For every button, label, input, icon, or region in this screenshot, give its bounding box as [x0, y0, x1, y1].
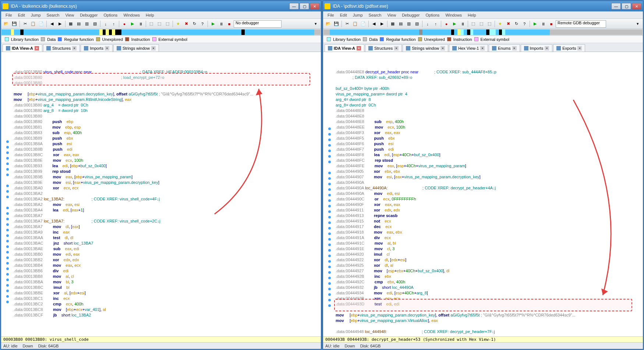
tab-strings-window[interactable]: Strings window× — [403, 44, 448, 52]
seg2-icon[interactable]: ▤ — [397, 20, 404, 28]
dbg-pause-icon[interactable]: ⏸ — [539, 20, 547, 28]
seg1-icon[interactable]: ▦ — [67, 20, 74, 28]
tab-close-icon[interactable]: × — [545, 46, 549, 50]
arr-up-icon[interactable]: ↑ — [432, 20, 439, 28]
tab-enums[interactable]: Enums× — [489, 44, 520, 52]
close-button[interactable]: ✕ — [310, 3, 319, 10]
refresh-icon[interactable]: ↻ — [513, 20, 520, 28]
menu-edit[interactable]: Edit — [15, 12, 28, 18]
menu-help[interactable]: Help — [143, 12, 157, 18]
toolbar-overflow-icon[interactable]: ▾ — [634, 20, 641, 28]
nav-segment[interactable] — [464, 29, 467, 35]
nav-segment[interactable] — [496, 29, 499, 35]
save-icon[interactable]: 💾 — [11, 20, 18, 28]
fwd-icon[interactable]: ▶ — [378, 20, 386, 28]
star-icon[interactable]: ★ — [174, 20, 182, 28]
bp-icon[interactable]: ● — [443, 20, 450, 28]
seg4-icon[interactable]: ▧ — [91, 20, 99, 28]
fwd-icon[interactable]: ▶ — [56, 20, 64, 28]
tab-close-icon[interactable]: × — [35, 46, 39, 50]
nav-segment[interactable] — [241, 29, 245, 35]
arr-up-icon[interactable]: ↑ — [110, 20, 117, 28]
nav-segment[interactable] — [109, 29, 112, 35]
menu-jump[interactable]: Jump — [28, 12, 44, 18]
nav-segment[interactable] — [486, 29, 489, 35]
open-icon[interactable]: 📂 — [325, 20, 332, 28]
nav-segment[interactable] — [245, 29, 314, 35]
nav-segment[interactable] — [451, 29, 454, 35]
nav-segment[interactable] — [499, 29, 502, 35]
cut-icon[interactable]: ✂ — [343, 20, 351, 28]
seg3-icon[interactable]: ▥ — [405, 20, 413, 28]
seg1-icon[interactable]: ▦ — [389, 20, 396, 28]
tab-close-icon[interactable]: × — [357, 46, 361, 50]
maximize-button[interactable]: ▢ — [300, 3, 309, 10]
paste-icon[interactable]: 📄 — [38, 20, 45, 28]
paste-icon[interactable]: 📄 — [360, 20, 367, 28]
nav-segment[interactable] — [112, 29, 115, 35]
seg3-icon[interactable]: ▥ — [83, 20, 91, 28]
debugger-select[interactable]: No debugger — [234, 20, 282, 28]
tab-close-icon[interactable]: × — [72, 46, 77, 50]
menu-search[interactable]: Search — [44, 12, 63, 18]
arr-dn-icon[interactable]: ↓ — [424, 20, 431, 28]
menu-help[interactable]: Help — [465, 12, 479, 18]
dbg-stop-icon[interactable]: ■ — [226, 20, 233, 28]
nav-segment[interactable] — [505, 29, 550, 35]
open-icon[interactable]: 📂 — [3, 20, 10, 28]
nav-segment[interactable] — [470, 29, 474, 35]
x-red-icon[interactable]: ✖ — [505, 20, 512, 28]
hex2-icon[interactable]: ⬚ — [478, 20, 485, 28]
navigation-band[interactable] — [323, 29, 643, 36]
copy-icon[interactable]: 📋 — [351, 20, 359, 28]
bp-icon[interactable]: ● — [121, 20, 128, 28]
back-icon[interactable]: ◀ — [370, 20, 378, 28]
nav-segment[interactable] — [467, 29, 470, 35]
disassembly-view[interactable]: .data:004448E8 decrypt_pe_header proc ne… — [323, 52, 643, 336]
nav-segment[interactable] — [20, 29, 24, 35]
tab-imports[interactable]: Imports× — [521, 44, 553, 52]
toolbar-overflow-icon[interactable]: ▾ — [312, 20, 319, 28]
tab-close-icon[interactable]: × — [440, 46, 445, 50]
menu-windows[interactable]: Windows — [442, 12, 465, 18]
seg2-icon[interactable]: ▤ — [75, 20, 82, 28]
refresh-icon[interactable]: ↻ — [191, 20, 198, 28]
nav-segment[interactable] — [314, 29, 321, 35]
titlebar[interactable]: IDA - \pdfsvr.idb (pdfsvr.exe) — ▢ ✕ — [323, 1, 643, 11]
menu-options[interactable]: Options — [100, 12, 120, 18]
hex1-icon[interactable]: ⬚ — [148, 20, 155, 28]
hex3-icon[interactable]: ⬚ — [164, 20, 171, 28]
arr-dn-icon[interactable]: ↓ — [102, 20, 109, 28]
nav-segment[interactable] — [106, 29, 109, 35]
nav-segment[interactable] — [99, 29, 103, 35]
nav-segment[interactable] — [121, 29, 241, 35]
nav-segment[interactable] — [24, 29, 99, 35]
nav-segment[interactable] — [550, 29, 642, 35]
tab-strings-window[interactable]: Strings window× — [113, 44, 159, 52]
dbg-pause-icon[interactable]: ⏸ — [217, 20, 225, 28]
nav-segment[interactable] — [422, 29, 451, 35]
hex3-icon[interactable]: ⬚ — [486, 20, 493, 28]
nav-segment[interactable] — [330, 29, 419, 35]
nav-segment[interactable] — [489, 29, 496, 35]
dbg-stop-icon[interactable]: ■ — [548, 20, 555, 28]
cut-icon[interactable]: ✂ — [21, 20, 29, 28]
copy-icon[interactable]: 📋 — [29, 20, 37, 28]
nav-segment[interactable] — [473, 29, 486, 35]
nav-segment[interactable] — [103, 29, 106, 35]
menu-debugger[interactable]: Debugger — [77, 12, 100, 18]
tab-close-icon[interactable]: × — [151, 46, 156, 50]
tab-structures[interactable]: Structures× — [43, 44, 80, 52]
tab-ida-view-a[interactable]: IDA View-A× — [325, 44, 364, 52]
tab-imports[interactable]: Imports× — [81, 44, 113, 52]
dbg-run-icon[interactable]: ▶ — [209, 20, 217, 28]
run-icon[interactable]: ▶ — [451, 20, 458, 28]
nav-segment[interactable] — [323, 29, 330, 35]
menu-windows[interactable]: Windows — [120, 12, 143, 18]
hex1-icon[interactable]: ⬚ — [470, 20, 477, 28]
maximize-button[interactable]: ▢ — [622, 3, 631, 10]
menu-search[interactable]: Search — [366, 12, 385, 18]
tab-close-icon[interactable]: × — [480, 46, 485, 50]
nav-segment[interactable] — [502, 29, 505, 35]
menu-jump[interactable]: Jump — [350, 12, 366, 18]
